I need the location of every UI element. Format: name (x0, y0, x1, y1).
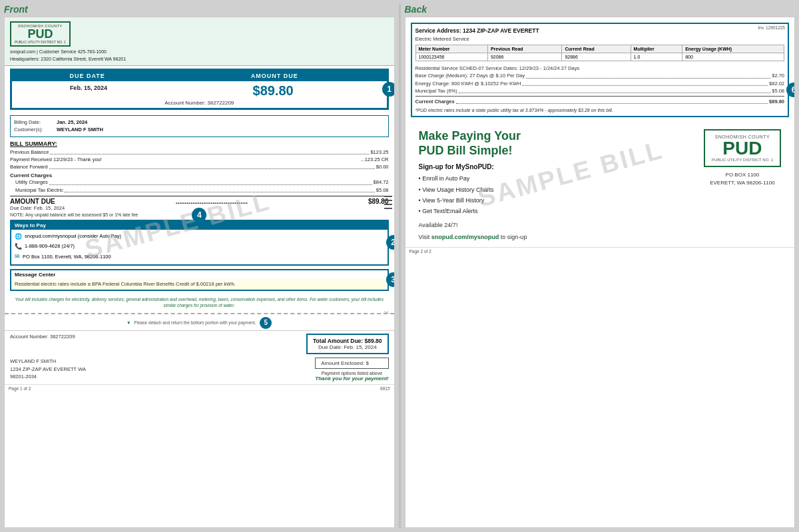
payment-options: Payment options listed above (315, 371, 388, 376)
due-box-header: DUE DATE AMOUNT DUE (12, 71, 387, 81)
front-bill: SNOHOMISH COUNTY PUD PUBLIC UTILITY DIST… (4, 17, 395, 528)
mail-icon: ✉ (15, 252, 20, 262)
due-box-values: Feb. 15, 2024 $89.80 (12, 81, 387, 100)
base-label: Base Charge (Medium): 27 Days @ $.10 Per… (415, 72, 525, 79)
front-footer-left: Page 1 of 2 (9, 386, 31, 391)
phone-icon: 📞 (15, 242, 22, 252)
message-box: Message Center Residential electric rate… (10, 269, 389, 292)
service-address: Service Address: 1234 ZIP-ZAP AVE EVERET… (415, 27, 785, 34)
stub-right: Amount Enclosed: $ Payment options liste… (315, 358, 388, 382)
pud-name-back: PUD (712, 139, 773, 158)
stub-address: WEYLAND F SMITH 1234 ZIP-ZAP AVE EVERETT… (10, 358, 86, 380)
meter-th-3: Current Read (562, 45, 631, 53)
municipal-label: Municipal Tax Electric (10, 186, 63, 194)
back-panel: Back Inv. 12901225 Service Address: 1234… (405, 4, 796, 528)
pud-address-back: PO BOX 1100 EVERETT, WA 98206-1100 (710, 171, 775, 187)
pud-subtitle: PUBLIC UTILITY DISTRICT NO. 1 (15, 40, 66, 44)
current-charges-label: Current Charges (415, 98, 455, 105)
visit-link: snopud.com/mysnopud (431, 234, 499, 240)
base-val: $2.70 (772, 72, 784, 79)
meter-th-4: Multiplier (631, 45, 682, 53)
make-paying-title: Make Paying Your PUD Bill Simple! (419, 129, 697, 158)
amount-enclosed: Amount Enclosed: $ (315, 358, 388, 369)
utility-line: Utility Charges $84.72 (10, 178, 389, 186)
payment-label: Payment Received 12/29/23 - Thank you! (10, 156, 102, 163)
tax-val: $5.08 (772, 87, 784, 95)
stub-account: Account Number: 382722209 (10, 334, 75, 340)
contact-line2: Headquarters: 2320 California Street, Ev… (10, 56, 389, 63)
stub-due-date: Due Date: Feb. 15, 2024 (313, 344, 382, 350)
make-paying-line1: Make Paying Your (419, 129, 521, 142)
way-2-text: 1-888-909-4628 (24/7) (25, 242, 75, 251)
tear-line: ✂ (5, 313, 394, 314)
energy-label: Energy Charge: 800 KWH @ $.10252 Per KWH (415, 80, 521, 87)
due-box: DUE DATE AMOUNT DUE Feb. 15, 2024 $89.80… (10, 69, 389, 110)
make-paying-section: Make Paying Your PUD Bill Simple! Sign-u… (419, 129, 697, 240)
customer-val: WEYLAND F SMITH (57, 126, 103, 133)
scroll-line (384, 204, 392, 205)
due-date-label: DUE DATE (12, 71, 162, 81)
pud-name: PUD (27, 28, 53, 40)
bill-header: SNOHOMISH COUNTY PUD PUBLIC UTILITY DIST… (5, 17, 394, 66)
signup-item-4: Get Text/Email Alerts (419, 206, 697, 216)
pud-logo-right: SNOHOMISH COUNTY PUD Public Utility Dist… (704, 129, 781, 187)
municipal-val: $5.08 (376, 186, 389, 194)
front-footer: Page 1 of 2 6815 (5, 384, 394, 392)
way-2: 📞 1-888-909-4628 (24/7) (15, 242, 384, 252)
residential-details: Residential Service SCHED-07 Service Dat… (415, 65, 785, 105)
signup-header: Sign-up for MySnoPUD: (419, 163, 697, 170)
service-info: Residential Service SCHED-07 Service Dat… (415, 65, 785, 72)
page-divider (399, 4, 401, 528)
energy-row: Energy Charge: 800 KWH @ $.10252 Per KWH… (415, 80, 785, 87)
stub-total-label: Total Amount Due: $89.80 (313, 338, 382, 344)
pud-addr-1: PO BOX 1100 (710, 171, 775, 179)
stub-total-box: Total Amount Due: $89.80 Due Date: Feb. … (306, 334, 388, 354)
meter-cell-5: 800 (682, 53, 784, 61)
bill-contact: snopud.com | Customer Service 425-783-10… (10, 49, 389, 63)
customer-row: Customer(s): WEYLAND F SMITH (14, 126, 385, 133)
meter-cell-4: 1.0 (631, 53, 682, 61)
bill-body: Billing Date: Jan. 25, 2024 Customer(s):… (5, 113, 394, 220)
meter-row: 1000123456 92086 92886 1.0 800 (415, 53, 784, 61)
amount-due-final: AMOUNT DUE .............................… (10, 196, 389, 205)
payment-line: Payment Received 12/29/23 - Thank you! .… (10, 156, 389, 163)
scissors-icon: ✂ (384, 309, 389, 316)
electric-service-label: Electric Metered Service (415, 36, 785, 42)
back-upper: Inv. 12901225 Service Address: 1234 ZIP-… (411, 23, 790, 117)
message-header: Message Center (11, 270, 388, 279)
balance-line: Balance Forward $0.00 (10, 163, 389, 170)
tax-note: *PUD electric rates include a state publ… (415, 108, 785, 113)
meter-th-1: Meter Number (415, 45, 487, 53)
available-text: Available 24/7! (419, 222, 697, 228)
customer-label: Customer(s): (14, 126, 54, 133)
scroll-line (384, 200, 392, 201)
meter-table: Meter Number Previous Read Current Read … (415, 45, 785, 61)
current-charges-final: Current Charges $89.80 (415, 96, 785, 105)
pud-logo-area: SNOHOMISH COUNTY PUD PUBLIC UTILITY DIST… (10, 21, 389, 47)
utility-val: $84.72 (374, 178, 389, 186)
bill-summary-title: BILL SUMMARY: (10, 140, 389, 147)
italic-note: Your bill includes charges for electrici… (5, 294, 394, 310)
stub-bottom: WEYLAND F SMITH 1234 ZIP-ZAP AVE EVERETT… (10, 358, 389, 382)
stub-top: Account Number: 382722209 Total Amount D… (10, 334, 389, 354)
signup-list: Enroll in Auto Pay View Usage History Ch… (419, 173, 697, 216)
arrow-icon: ▼ (127, 320, 131, 325)
pud-logo: SNOHOMISH COUNTY PUD PUBLIC UTILITY DIST… (10, 21, 71, 47)
back-label: Back (405, 4, 796, 15)
invoice-num: Inv. 12901225 (758, 25, 785, 30)
signup-item-3: View 5-Year Bill History (419, 195, 697, 206)
tear-note: ▼ Please detach and return the bottom po… (5, 317, 394, 329)
thank-you: Thank you for your payment! (315, 376, 388, 382)
utility-label: Utility Charges (10, 178, 48, 186)
bill-summary: BILL SUMMARY: Previous Balance $123.25 P… (10, 140, 389, 217)
back-footer-left: Page 2 of 2 (409, 249, 431, 254)
back-footer: Page 2 of 2 (405, 247, 795, 255)
stub-addr1: WEYLAND F SMITH (10, 358, 86, 365)
tax-label: Municipal Tax (6%) (415, 87, 457, 95)
amount-value: $89.80 (162, 83, 384, 98)
way-3-text: PO Box 1100, Everett, WA, 98206-1100 (23, 253, 111, 262)
current-charges-val: $89.80 (769, 98, 784, 105)
page-container: Front SNOHOMISH COUNTY PUD PUBLIC UTILIT… (0, 0, 799, 532)
ways-body: 🌐 snopud.com/mysnopud (consider Auto Pay… (11, 230, 388, 264)
contact-line1: snopud.com | Customer Service 425-783-10… (10, 49, 389, 56)
